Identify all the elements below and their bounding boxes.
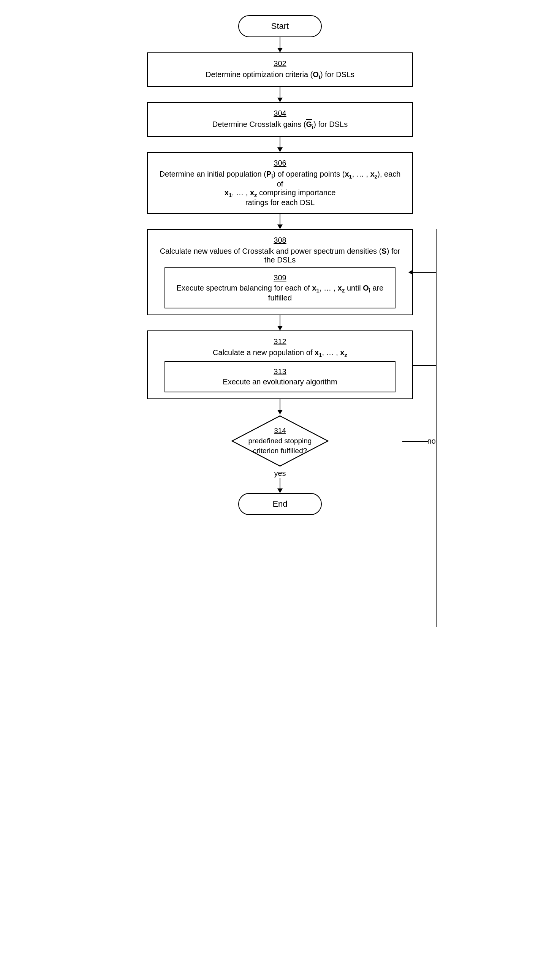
feedback-line-horizontal-bottom [413, 365, 436, 366]
step-309-inner: 309 Execute spectrum balancing for each … [164, 267, 396, 308]
no-label: no [427, 437, 436, 446]
arrow-5 [280, 315, 280, 331]
arrow-4 [280, 214, 280, 229]
arrow-2 [280, 87, 280, 102]
step-312-number: 312 [157, 337, 403, 346]
step-308-outer: 308 Calculate new values of Crosstalk an… [147, 229, 413, 315]
step-306: 306 Determine an initial population (Pi)… [147, 152, 413, 214]
step-304-number: 304 [157, 109, 403, 118]
step-302: 302 Determine optimization criteria (Oi)… [147, 52, 413, 87]
feedback-line-vertical [436, 229, 436, 627]
step-314-number: 314 [274, 427, 286, 435]
step-308-number: 308 [157, 236, 403, 244]
arrow-6 [280, 399, 280, 414]
arrow-7 [280, 478, 280, 493]
step-314-container: 314 predefined stoppingcriterion fulfill… [147, 414, 413, 467]
step-313-inner: 313 Execute an evolutionary algorithm [164, 361, 396, 392]
start-terminal: Start [238, 15, 322, 37]
steps-308-309-wrapper: 308 Calculate new values of Crosstalk an… [147, 229, 413, 315]
step-312-outer: 312 Calculate a new population of x1, … … [147, 331, 413, 399]
yes-section: yes [274, 467, 286, 493]
flowchart: Start 302 Determine optimization criteri… [147, 15, 413, 515]
no-arrow-horizontal [402, 441, 428, 442]
step-304: 304 Determine Crosstalk gains (Gi) for D… [147, 102, 413, 137]
steps-312-313-wrapper: 312 Calculate a new population of x1, … … [147, 331, 413, 399]
step-313-number: 313 [173, 367, 387, 376]
step-309-number: 309 [173, 274, 387, 282]
arrow-3 [280, 137, 280, 152]
yes-label: yes [274, 469, 286, 478]
step-314-text: 314 predefined stoppingcriterion fulfill… [249, 426, 312, 456]
arrow-1 [280, 37, 280, 52]
feedback-arrowhead [409, 270, 413, 275]
step-314-diamond: 314 predefined stoppingcriterion fulfill… [231, 414, 329, 467]
step-302-number: 302 [157, 59, 403, 68]
end-terminal: End [238, 493, 322, 515]
feedback-line-horizontal-top [413, 272, 436, 273]
step-306-number: 306 [157, 159, 403, 168]
